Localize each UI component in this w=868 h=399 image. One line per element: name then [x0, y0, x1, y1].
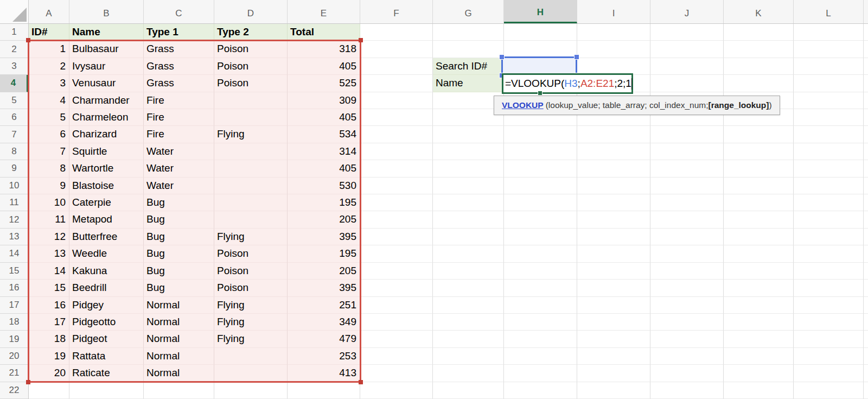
row-header-19[interactable]: 19 — [0, 331, 28, 347]
cell-M16[interactable] — [864, 280, 868, 296]
row-header-6[interactable]: 6 — [0, 109, 28, 126]
cell-F5[interactable] — [360, 92, 433, 109]
cell-K10[interactable] — [724, 178, 794, 194]
cell-I20[interactable] — [577, 348, 650, 365]
row-header-7[interactable]: 7 — [0, 126, 28, 143]
cell-G13[interactable] — [433, 229, 504, 245]
cell-J17[interactable] — [650, 297, 724, 314]
cell-D1[interactable]: Type 2 — [214, 24, 288, 41]
cell-I16[interactable] — [577, 280, 650, 296]
cell-I15[interactable] — [577, 263, 650, 280]
cell-F16[interactable] — [360, 280, 433, 296]
cell-M9[interactable] — [864, 160, 868, 177]
row-header-21[interactable]: 21 — [0, 365, 28, 382]
cell-B22[interactable] — [69, 382, 144, 399]
cell-K12[interactable] — [724, 211, 794, 228]
cell-I2[interactable] — [577, 41, 650, 58]
cell-H14[interactable] — [504, 245, 577, 262]
column-header-K[interactable]: K — [724, 0, 794, 23]
row-header-12[interactable]: 12 — [0, 211, 28, 228]
cell-K7[interactable] — [724, 126, 794, 143]
cell-K3[interactable] — [724, 58, 794, 75]
cell-K11[interactable] — [724, 194, 794, 211]
cell-I22[interactable] — [577, 382, 650, 399]
cell-G22[interactable] — [433, 382, 504, 399]
cell-I10[interactable] — [577, 178, 650, 194]
cell-M20[interactable] — [864, 348, 868, 365]
cell-H21[interactable] — [504, 365, 577, 382]
formula-edit-cell-H4[interactable]: =VLOOKUP(H3;A2:E21;2;1 — [502, 73, 633, 94]
row-header-16[interactable]: 16 — [0, 280, 28, 296]
cell-J3[interactable] — [650, 58, 724, 75]
row-header-9[interactable]: 9 — [0, 160, 28, 177]
cell-G7[interactable] — [433, 126, 504, 143]
cell-J16[interactable] — [650, 280, 724, 296]
cell-A22[interactable] — [29, 382, 69, 399]
vlookup-help-link[interactable]: VLOOKUP — [502, 100, 544, 110]
cell-L6[interactable] — [794, 109, 864, 126]
cell-J12[interactable] — [650, 211, 724, 228]
cell-D22[interactable] — [214, 382, 288, 399]
cell-G17[interactable] — [433, 297, 504, 314]
cell-G19[interactable] — [433, 331, 504, 347]
cell-E22[interactable] — [288, 382, 360, 399]
cell-F18[interactable] — [360, 314, 433, 331]
cell-J4[interactable] — [650, 75, 724, 92]
cell-F8[interactable] — [360, 143, 433, 160]
cell-I17[interactable] — [577, 297, 650, 314]
cell-J1[interactable] — [650, 24, 724, 41]
cell-I13[interactable] — [577, 229, 650, 245]
cell-J2[interactable] — [650, 41, 724, 58]
row-header-5[interactable]: 5 — [0, 92, 28, 109]
cell-M17[interactable] — [864, 297, 868, 314]
cell-J18[interactable] — [650, 314, 724, 331]
cell-J19[interactable] — [650, 331, 724, 347]
cell-M8[interactable] — [864, 143, 868, 160]
row-header-1[interactable]: 1 — [0, 24, 28, 41]
cell-J20[interactable] — [650, 348, 724, 365]
cell-H11[interactable] — [504, 194, 577, 211]
column-header-overflow[interactable] — [864, 0, 868, 23]
cell-L8[interactable] — [794, 143, 864, 160]
cell-F2[interactable] — [360, 41, 433, 58]
row-header-2[interactable]: 2 — [0, 41, 28, 58]
row-header-13[interactable]: 13 — [0, 229, 28, 245]
cell-F9[interactable] — [360, 160, 433, 177]
cell-A1[interactable]: ID# — [29, 24, 69, 41]
cell-F19[interactable] — [360, 331, 433, 347]
cell-F17[interactable] — [360, 297, 433, 314]
cell-M6[interactable] — [864, 109, 868, 126]
row-header-10[interactable]: 10 — [0, 178, 28, 194]
cell-J11[interactable] — [650, 194, 724, 211]
cell-G3[interactable]: Search ID# — [433, 58, 504, 75]
cell-F7[interactable] — [360, 126, 433, 143]
column-header-B[interactable]: B — [69, 0, 144, 23]
cell-L16[interactable] — [794, 280, 864, 296]
cell-J13[interactable] — [650, 229, 724, 245]
row-header-11[interactable]: 11 — [0, 194, 28, 211]
cell-L7[interactable] — [794, 126, 864, 143]
cell-M22[interactable] — [864, 382, 868, 399]
cell-I8[interactable] — [577, 143, 650, 160]
range-handle-bottom-left[interactable] — [26, 380, 30, 384]
row-header-17[interactable]: 17 — [0, 297, 28, 314]
cell-M15[interactable] — [864, 263, 868, 280]
cell-L4[interactable] — [794, 75, 864, 92]
cell-M3[interactable] — [864, 58, 868, 75]
column-header-L[interactable]: L — [794, 0, 864, 23]
cell-G4[interactable]: Name — [433, 75, 504, 92]
cell-K9[interactable] — [724, 160, 794, 177]
column-header-E[interactable]: E — [288, 0, 360, 23]
cell-K16[interactable] — [724, 280, 794, 296]
column-header-G[interactable]: G — [433, 0, 504, 23]
column-header-J[interactable]: J — [650, 0, 724, 23]
cell-H10[interactable] — [504, 178, 577, 194]
range-handle-top-left[interactable] — [26, 38, 30, 42]
cell-K2[interactable] — [724, 41, 794, 58]
cell-H16[interactable] — [504, 280, 577, 296]
cell-I19[interactable] — [577, 331, 650, 347]
column-header-A[interactable]: A — [29, 0, 69, 23]
cell-I18[interactable] — [577, 314, 650, 331]
cell-I21[interactable] — [577, 365, 650, 382]
cell-F11[interactable] — [360, 194, 433, 211]
